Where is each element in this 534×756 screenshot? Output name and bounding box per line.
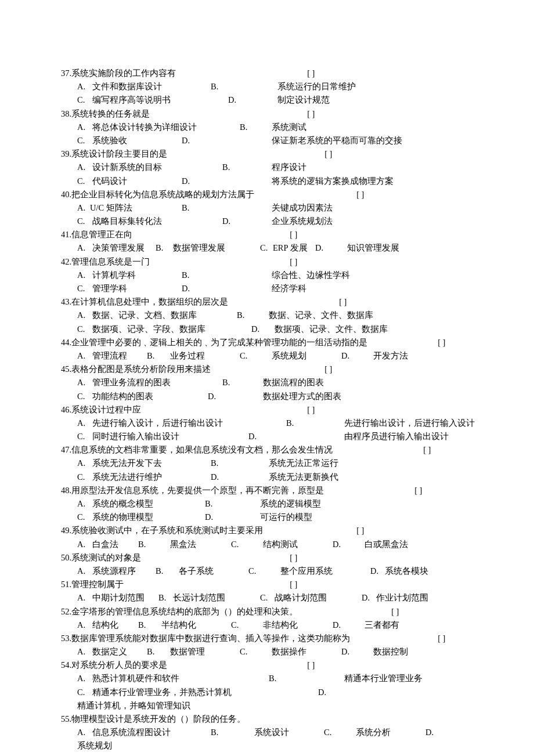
option-label: D. — [315, 241, 347, 255]
option-row: A. 信息系统流程图设计B.系统设计C.系统分析D.系统规划 — [77, 726, 482, 753]
option-row: A. 白盒法B.黑盒法C.结构测试D.白或黑盒法 — [77, 538, 482, 551]
option-text: 精通本行业管理业务，并熟悉计算机 — [92, 688, 232, 697]
question-block: 40.把企业目标转化为信息系统战略的规划方法属于[ ]A.U/C 矩阵法B.关键… — [61, 188, 482, 229]
answer-bracket: [ ] — [307, 67, 315, 80]
question-number: 37. — [61, 68, 71, 78]
option: 将系统的逻辑方案换成物理方案 — [272, 175, 394, 188]
question-block: 53.数据库管理系统能对数据库中数据进行查询、插入等操作，这类功能称为[ ]A.… — [61, 632, 482, 659]
question-text: 系统设计过程中应 — [71, 403, 307, 417]
question-number: 53. — [61, 634, 71, 643]
question-stem: 52.金字塔形的管理信息系统结构的底部为（）的处理和决策。[ ] — [61, 605, 482, 618]
option-text: 数据项、记录、字段、数据库 — [92, 324, 205, 334]
option: 关键成功因素法 — [272, 201, 333, 215]
option-label: B. — [269, 672, 344, 685]
option-label: C. — [260, 591, 275, 605]
option-text: 黑盒法 — [170, 540, 196, 549]
answer-bracket: [ ] — [324, 363, 332, 376]
option: 非结构化 — [263, 618, 333, 632]
question-number: 52. — [61, 607, 71, 616]
option-label: A. — [77, 80, 90, 93]
option-text: 系统分析 — [356, 728, 391, 737]
question-block: 37.系统实施阶段的工作内容有[ ]A. 文件和数据库设计B.系统运行的日常维护… — [61, 67, 482, 107]
question-text: 管理控制属于 — [71, 578, 290, 591]
question-block: 42.管理信息系统是一门[ ]A. 计算机学科B.综合性、边缘性学科C. 管理学… — [61, 255, 482, 296]
option-row: A. 管理业务流程的图表B.数据流程的图表 — [77, 376, 482, 389]
option-label: B. — [237, 309, 269, 322]
option-label: C. — [248, 565, 280, 578]
option-label: C. — [240, 645, 272, 659]
option: 数据处理方式的图表 — [263, 390, 341, 403]
option-label: B. — [138, 618, 161, 632]
option: 数据、记录、文件、数据库 — [269, 309, 373, 322]
answer-bracket: [ ] — [356, 188, 364, 201]
option-label: B. — [147, 645, 170, 659]
question-text: 管理信息系统是一门 — [71, 255, 290, 269]
option-row: A. 设计新系统的目标B.程序设计 — [77, 161, 482, 174]
option: 白或黑盒法 — [365, 538, 408, 551]
option-text: 数据管理发展 — [173, 243, 225, 252]
option-label: B. — [222, 161, 272, 174]
option: C. 精通本行业管理业务，并熟悉计算机 — [77, 686, 318, 699]
option-label: A. — [77, 565, 90, 578]
option-label: D. — [222, 215, 272, 228]
option: 由程序员进行输入输出设计 — [344, 430, 449, 443]
option: 程序设计 — [272, 161, 306, 174]
option: A. 熟悉计算机硬件和软件 — [77, 672, 269, 685]
option-row: A. 结构化B.半结构化C.非结构化D.三者都有 — [77, 618, 482, 632]
option-text: 制定设计规范 — [277, 95, 330, 104]
option-row: C. 战略目标集转化法D.企业系统规划法 — [77, 215, 482, 228]
question-block: 51.管理控制属于[ ]A. 中期计划范围B.长远计划范围C.战略计划范围D.作… — [61, 578, 482, 605]
option-text: 作业计划范围 — [376, 593, 428, 602]
option: 综合性、边缘性学科 — [272, 269, 350, 282]
option-label: C. — [77, 134, 90, 147]
options-group: A. 管理流程B.业务过程C.系统规划D.开发方法 — [61, 349, 482, 363]
option-label: B. — [156, 565, 179, 578]
options-group: A. 结构化B.半结构化C.非结构化D.三者都有 — [61, 618, 482, 632]
option-text: 管理业务流程的图表 — [92, 378, 171, 387]
option-text: 系统运行的日常维护 — [277, 82, 356, 91]
option: 经济学科 — [272, 282, 306, 295]
options-group: A. 系统无法开发下去B.系统无法正常运行C. 系统无法进行维护D.系统无法更新… — [61, 457, 482, 483]
option-label: C. — [77, 390, 90, 403]
option-text: 战略目标集转化法 — [92, 216, 162, 226]
option: 精通本行业管理业务 — [344, 672, 423, 685]
option: 半结构化 — [161, 618, 231, 632]
option-label: A. — [77, 161, 90, 174]
option-text: 数据处理方式的图表 — [263, 392, 341, 401]
option-label: C. — [77, 282, 90, 295]
option: A. 设计新系统的目标 — [77, 161, 222, 174]
option-text: 保证新老系统的平稳而可靠的交接 — [272, 136, 402, 145]
option-label: D. — [205, 511, 260, 524]
option-label: A. — [77, 726, 90, 739]
question-stem: 47.信息系统的文档非常重要，如果信息系统没有文档，那么会发生情况[ ] — [61, 443, 482, 457]
option-label: B. — [211, 457, 269, 470]
answer-bracket: [ ] — [356, 524, 364, 537]
option-label: D. — [182, 134, 272, 147]
option: A. 结构化 — [77, 618, 138, 632]
option-label: A. — [77, 309, 90, 322]
option-label: A. — [77, 201, 90, 215]
option-label: B. — [182, 201, 272, 215]
question-stem: 55.物理模型设计是系统开发的（）阶段的任务。 — [61, 712, 482, 726]
question-text: 系统测试的对象是 — [71, 551, 290, 565]
options-group: A. 系统的概念模型B.系统的逻辑模型C. 系统的物理模型D.可运行的模型 — [61, 497, 482, 524]
option-row: C. 系统验收D.保证新老系统的平稳而可靠的交接 — [77, 134, 482, 147]
question-text: 信息系统的文档非常重要，如果信息系统没有文档，那么会发生情况 — [71, 443, 423, 457]
question-stem: 46.系统设计过程中应[ ] — [61, 403, 482, 417]
options-group: A. 数据、记录、文档、数据库B.数据、记录、文件、数据库C. 数据项、记录、字… — [61, 309, 482, 335]
options-group: A. 系统源程序B.各子系统C.整个应用系统D.系统各模块 — [61, 565, 482, 578]
option-label: D. — [251, 323, 275, 336]
question-stem: 54.对系统分析人员的要求是[ ] — [61, 659, 482, 672]
question-number: 47. — [61, 445, 71, 454]
question-text: 把企业目标转化为信息系统战略的规划方法属于 — [71, 188, 356, 201]
question-block: 47.信息系统的文档非常重要，如果信息系统没有文档，那么会发生情况[ ]A. 系… — [61, 443, 482, 484]
option-label: A. — [77, 376, 90, 389]
option-row: C. 管理学科D.经济学科 — [77, 282, 482, 295]
option-text: 数据管理 — [170, 647, 205, 656]
question-block: 39.系统设计阶段主要目的是[ ]A. 设计新系统的目标B.程序设计C. 代码设… — [61, 147, 482, 188]
option-label: C. — [77, 686, 90, 699]
option-text: 半结构化 — [161, 620, 196, 630]
option: C. 代码设计 — [77, 175, 182, 188]
options-group: A. 白盒法B.黑盒法C.结构测试D.白或黑盒法 — [61, 538, 482, 551]
option-row: A. 中期计划范围B.长远计划范围C.战略计划范围D.作业计划范围 — [77, 591, 482, 605]
